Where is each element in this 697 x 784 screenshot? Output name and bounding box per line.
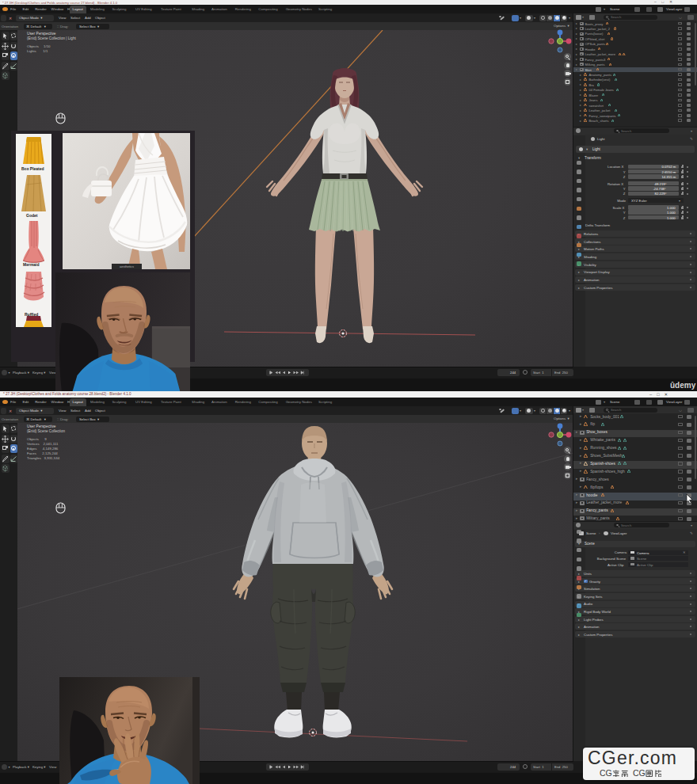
svg-text:aesthetics: aesthetics [120, 265, 134, 268]
